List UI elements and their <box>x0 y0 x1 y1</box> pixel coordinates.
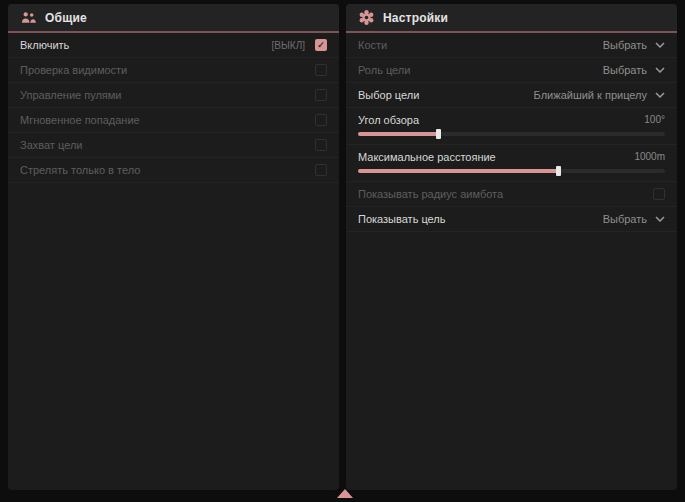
fov-slider-thumb[interactable] <box>436 129 441 139</box>
row-label: Кости <box>358 39 387 51</box>
dropdown-value: Ближайший к прицелу <box>534 89 647 101</box>
bones-dropdown[interactable]: Выбрать <box>603 39 665 51</box>
checkbox-body-only[interactable] <box>315 164 327 176</box>
checkbox-target-lock[interactable] <box>315 139 327 151</box>
target-select-dropdown[interactable]: Ближайший к прицелу <box>534 89 665 101</box>
general-panel-header: Общие <box>8 4 339 33</box>
dropdown-value: Выбрать <box>603 64 647 76</box>
chevron-down-icon <box>655 216 665 222</box>
row-label: Захват цели <box>20 139 82 151</box>
row-label: Роль цели <box>358 64 410 76</box>
row-label: Управление пулями <box>20 89 122 101</box>
slider-row-max-distance: Максимальное расстояние 1000m <box>346 145 677 182</box>
row-label: Максимальное расстояние <box>358 151 496 163</box>
chevron-down-icon <box>655 92 665 98</box>
panel-title: Настройки <box>383 11 448 25</box>
distance-value: 1000m <box>634 151 665 162</box>
dropdown-row-show-target: Показывать цель Выбрать <box>346 207 677 232</box>
max-distance-slider-thumb[interactable] <box>556 166 561 176</box>
chevron-down-icon <box>655 42 665 48</box>
max-distance-slider-fill <box>358 169 558 173</box>
toggle-row-target-lock[interactable]: Захват цели <box>8 133 339 158</box>
checkbox-show-aimbot-radius[interactable] <box>653 188 665 200</box>
dropdown-row-target-select: Выбор цели Ближайший к прицелу <box>346 83 677 108</box>
keybind-label[interactable]: [ВЫКЛ] <box>272 40 305 51</box>
checkbox-bullet-control[interactable] <box>315 89 327 101</box>
target-role-dropdown[interactable]: Выбрать <box>603 64 665 76</box>
dropdown-row-target-role: Роль цели Выбрать <box>346 58 677 83</box>
panel-title: Общие <box>45 11 87 25</box>
row-label: Показывать цель <box>358 213 446 225</box>
dropdown-row-bones: Кости Выбрать <box>346 33 677 58</box>
chevron-down-icon <box>655 67 665 73</box>
gear-icon <box>359 10 374 25</box>
settings-panel: Настройки Кости Выбрать Роль цели Выбрат… <box>346 4 677 490</box>
row-label: Стрелять только в тело <box>20 164 140 176</box>
users-icon <box>21 11 36 24</box>
row-label: Включить <box>20 39 69 51</box>
row-label: Проверка видимости <box>20 64 127 76</box>
fov-value: 100° <box>644 114 665 125</box>
checkbox-instant-hit[interactable] <box>315 114 327 126</box>
checkbox-visibility-check[interactable] <box>315 64 327 76</box>
toggle-row-show-aimbot-radius[interactable]: Показывать радиус аимбота <box>346 182 677 207</box>
toggle-row-enable[interactable]: Включить [ВЫКЛ] ✓ <box>8 33 339 58</box>
toggle-row-bullet-control[interactable]: Управление пулями <box>8 83 339 108</box>
show-target-dropdown[interactable]: Выбрать <box>603 213 665 225</box>
row-label: Показывать радиус аимбота <box>358 188 503 200</box>
dropdown-value: Выбрать <box>603 213 647 225</box>
settings-panel-header: Настройки <box>346 4 677 33</box>
toggle-row-visibility-check[interactable]: Проверка видимости <box>8 58 339 83</box>
checkbox-enable[interactable]: ✓ <box>315 39 327 51</box>
toggle-row-instant-hit[interactable]: Мгновенное попадание <box>8 108 339 133</box>
toggle-row-body-only[interactable]: Стрелять только в тело <box>8 158 339 183</box>
row-label: Мгновенное попадание <box>20 114 140 126</box>
general-panel: Общие Включить [ВЫКЛ] ✓ Проверка видимос… <box>8 4 339 490</box>
slider-row-fov: Угол обзора 100° <box>346 108 677 145</box>
fov-slider[interactable] <box>358 132 665 136</box>
dropdown-value: Выбрать <box>603 39 647 51</box>
fov-slider-fill <box>358 132 438 136</box>
row-label: Угол обзора <box>358 114 419 126</box>
max-distance-slider[interactable] <box>358 169 665 173</box>
row-label: Выбор цели <box>358 89 419 101</box>
scroll-up-indicator-icon[interactable] <box>337 489 353 498</box>
